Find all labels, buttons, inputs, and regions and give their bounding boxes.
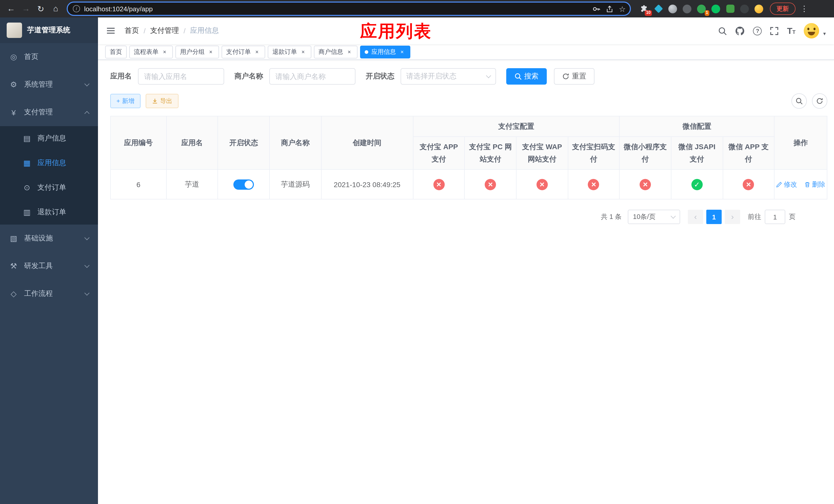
- app-logo-row[interactable]: 芋道管理系统: [0, 18, 98, 43]
- breadcrumb-item[interactable]: 首页: [125, 26, 139, 36]
- extension-globe-icon[interactable]: [668, 4, 678, 14]
- bookmark-star-icon[interactable]: ☆: [619, 5, 626, 13]
- chevron-down-icon: [84, 235, 89, 240]
- delete-link[interactable]: 删除: [804, 180, 825, 189]
- tab-home[interactable]: 首页: [105, 45, 127, 58]
- extension-dark-icon[interactable]: [682, 4, 692, 14]
- reset-button[interactable]: 重置: [554, 68, 594, 85]
- page: ← → ↻ ⌂ i localhost:1024/pay/app ☆ 10: [0, 0, 834, 504]
- sidebar-item-pay-order[interactable]: ⊙ 支付订单: [0, 175, 98, 200]
- edit-link[interactable]: 修改: [776, 180, 797, 189]
- export-button[interactable]: 导出: [146, 94, 178, 108]
- col-header-alipay-app: 支付宝 APP 支付: [413, 137, 465, 169]
- table-row: 6 芋道 芋道源码 2021-10-23 08:49:25: [111, 169, 827, 199]
- extension-wechat-icon[interactable]: [711, 4, 721, 14]
- help-icon[interactable]: ?: [753, 26, 762, 35]
- tab-process-form[interactable]: 流程表单 ×: [129, 45, 173, 58]
- browser-menu-icon[interactable]: ⋮: [799, 4, 809, 13]
- sidebar-item-label: 首页: [24, 52, 89, 62]
- close-icon[interactable]: ×: [398, 48, 406, 55]
- forward-button[interactable]: →: [19, 2, 33, 16]
- cell-create-time: 2021-10-23 08:49:25: [321, 169, 413, 199]
- col-header-wechat-mini: 微信小程序支付: [620, 137, 671, 169]
- status-toggle[interactable]: [233, 179, 254, 189]
- caret-down-icon[interactable]: ▾: [823, 31, 826, 37]
- sidebar-item-home[interactable]: ◎ 首页: [0, 43, 98, 71]
- breadcrumb-current: 应用信息: [190, 26, 219, 36]
- sidebar-item-app-info[interactable]: ▦ 应用信息: [0, 151, 98, 175]
- goto-page-input[interactable]: [765, 210, 785, 224]
- add-button[interactable]: + 新增: [110, 94, 140, 108]
- tools-icon: ⚒: [9, 261, 18, 271]
- home-button[interactable]: ⌂: [49, 2, 63, 16]
- sidebar-item-payment[interactable]: ¥ 支付管理: [0, 98, 98, 126]
- sidebar-item-workflow[interactable]: ◇ 工作流程: [0, 280, 98, 307]
- tab-user-group[interactable]: 用户分组 ×: [175, 45, 219, 58]
- sidebar-item-system[interactable]: ⚙ 系统管理: [0, 71, 98, 98]
- sidebar-item-dev-tools[interactable]: ⚒ 研发工具: [0, 252, 98, 280]
- site-info-icon[interactable]: i: [73, 5, 80, 12]
- search-icon[interactable]: [718, 26, 727, 35]
- page-size-select[interactable]: 10条/页: [628, 210, 680, 224]
- credit-card-icon: ▤: [23, 134, 31, 143]
- navbar: 首页 / 支付管理 / 应用信息 应用列表 ?: [98, 18, 834, 44]
- share-icon[interactable]: [606, 5, 613, 13]
- pagination-goto: 前往 页: [748, 210, 795, 224]
- page-size-value: 10条/页: [633, 212, 656, 222]
- tab-label: 商户信息: [319, 47, 343, 56]
- omnibox-actions: ☆: [592, 5, 626, 13]
- close-icon[interactable]: ×: [300, 48, 307, 55]
- show-search-icon-button[interactable]: [791, 93, 807, 109]
- chevron-down-icon: [671, 213, 676, 219]
- sidebar-toggle-icon[interactable]: [106, 26, 115, 36]
- status-label: 开启状态: [366, 72, 394, 81]
- browser-update-button[interactable]: 更新: [770, 3, 795, 15]
- search-button[interactable]: 搜索: [506, 68, 547, 85]
- page-number-button[interactable]: 1: [706, 210, 722, 224]
- tab-pay-order[interactable]: 支付订单 ×: [222, 45, 265, 58]
- back-button[interactable]: ←: [4, 2, 18, 16]
- refresh-icon-button[interactable]: [812, 93, 827, 109]
- close-icon[interactable]: ×: [207, 48, 214, 55]
- fullscreen-icon[interactable]: [770, 26, 779, 35]
- alipay-wap-status-icon: [536, 179, 548, 190]
- extension-puzzle-dark-icon[interactable]: [740, 4, 749, 14]
- workflow-icon: ◇: [9, 289, 18, 298]
- app-name-label: 应用名: [110, 72, 132, 81]
- url-text: localhost:1024/pay/app: [84, 5, 153, 13]
- sidebar-item-infra[interactable]: ▧ 基础设施: [0, 225, 98, 252]
- browser-toolbar: ← → ↻ ⌂ i localhost:1024/pay/app ☆ 10: [0, 0, 834, 18]
- status-select[interactable]: 请选择开启状态: [401, 68, 496, 85]
- sidebar-item-label: 商户信息: [38, 134, 89, 143]
- sidebar-item-label: 工作流程: [24, 289, 79, 298]
- breadcrumb-item[interactable]: 支付管理: [150, 26, 179, 36]
- sidebar-item-refund-order[interactable]: ▥ 退款订单: [0, 200, 98, 225]
- font-size-icon[interactable]: TT: [787, 26, 795, 35]
- tab-label: 用户分组: [180, 47, 205, 56]
- address-bar[interactable]: i localhost:1024/pay/app ☆: [67, 2, 631, 16]
- chevron-down-icon: [486, 73, 491, 78]
- github-icon[interactable]: [735, 26, 745, 36]
- close-icon[interactable]: ×: [254, 48, 261, 55]
- sidebar-item-merchant-info[interactable]: ▤ 商户信息: [0, 126, 98, 151]
- col-header-create-time: 创建时间: [321, 116, 413, 169]
- app-name-input[interactable]: [138, 68, 224, 85]
- tab-merchant-info[interactable]: 商户信息 ×: [314, 45, 357, 58]
- extension-green-badge-icon[interactable]: 1: [697, 4, 706, 14]
- tab-app-info[interactable]: 应用信息 ×: [360, 45, 410, 58]
- user-avatar[interactable]: [804, 23, 819, 39]
- reload-button[interactable]: ↻: [34, 2, 48, 16]
- extensions-puzzle-icon[interactable]: 10: [639, 4, 649, 14]
- password-key-icon[interactable]: [592, 5, 600, 13]
- extension-emoji-icon[interactable]: [754, 4, 764, 14]
- merchant-name-input[interactable]: [269, 68, 355, 85]
- extension-diamond-icon[interactable]: [654, 4, 663, 14]
- close-icon[interactable]: ×: [161, 48, 168, 55]
- next-page-button[interactable]: ›: [725, 210, 740, 224]
- close-icon[interactable]: ×: [346, 48, 353, 55]
- tab-refund-order[interactable]: 退款订单 ×: [268, 45, 311, 58]
- col-header-alipay-pc: 支付宝 PC 网站支付: [465, 137, 516, 169]
- filter-form: 应用名 商户名称 开启状态 请选择开启状态: [110, 68, 827, 85]
- prev-page-button[interactable]: ‹: [688, 210, 703, 224]
- extension-green-square-icon[interactable]: [725, 4, 735, 14]
